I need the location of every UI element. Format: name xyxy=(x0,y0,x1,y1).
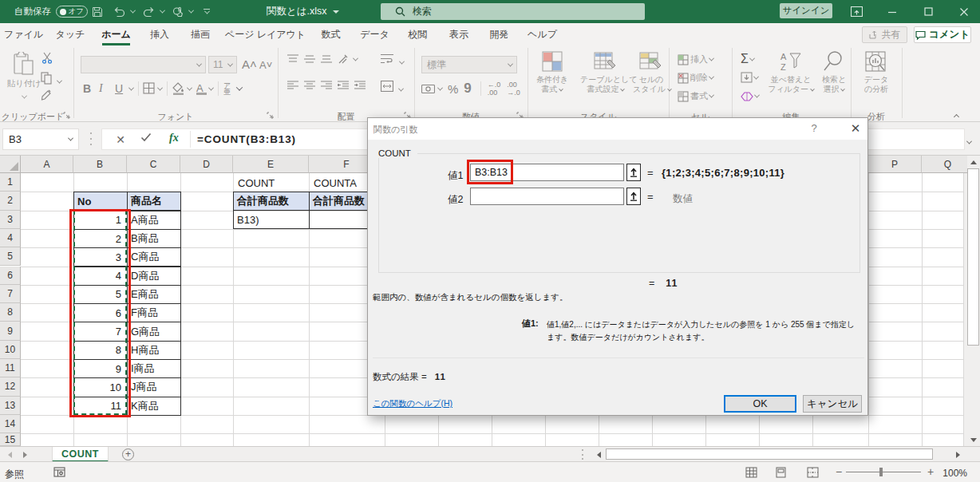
enter-formula-icon[interactable] xyxy=(140,132,152,144)
comments-button[interactable]: コメント xyxy=(914,26,971,43)
column-header-C[interactable]: C xyxy=(127,156,180,173)
close-icon[interactable] xyxy=(952,0,976,23)
tab-scroll-splitter[interactable] xyxy=(581,449,584,460)
row-header-7[interactable]: 7 xyxy=(0,285,21,303)
tab-file[interactable]: ファイル xyxy=(6,23,41,45)
redo-icon[interactable] xyxy=(141,0,156,23)
value2-collapse-icon[interactable] xyxy=(626,188,641,205)
increase-font-size-button[interactable]: A˄ xyxy=(242,57,257,71)
column-header-E[interactable]: E xyxy=(233,156,309,173)
format-painter-icon[interactable] xyxy=(41,89,54,104)
zoom-in-icon[interactable]: + xyxy=(926,467,935,477)
row-header-15[interactable]: 15 xyxy=(0,433,21,446)
fill-color-icon[interactable] xyxy=(172,82,185,95)
clear-button[interactable] xyxy=(741,91,759,101)
italic-button[interactable]: I xyxy=(99,82,115,95)
dialog-close-icon[interactable]: ✕ xyxy=(844,120,867,137)
macro-record-icon[interactable] xyxy=(53,467,65,480)
next-sheet-icon[interactable] xyxy=(23,452,27,458)
format-as-table-button[interactable]: テーブルとして書式設定 xyxy=(580,50,631,94)
find-select-button[interactable]: 検索と選択 xyxy=(817,50,851,94)
document-title[interactable]: 関数とは.xlsx xyxy=(267,0,339,23)
currency-format-icon[interactable] xyxy=(421,83,435,95)
zoom-slider-track[interactable] xyxy=(846,472,921,472)
cell-B2[interactable]: No xyxy=(73,192,128,211)
undo-dropdown-icon[interactable] xyxy=(128,0,137,23)
tab-home[interactable]: ホーム xyxy=(101,23,132,45)
zoom-level[interactable]: 100% xyxy=(940,468,967,479)
prev-sheet-icon[interactable] xyxy=(8,452,12,458)
tab-page-layout[interactable]: ページ レイアウト xyxy=(229,23,302,45)
select-all-corner[interactable] xyxy=(0,156,21,173)
align-center-icon[interactable] xyxy=(304,81,315,90)
decrease-indent-icon[interactable] xyxy=(338,81,349,90)
maximize-icon[interactable] xyxy=(916,0,940,23)
cell-C2[interactable]: 商品名 xyxy=(127,192,181,211)
search-input[interactable]: 検索 xyxy=(381,3,645,20)
scroll-left-icon[interactable] xyxy=(592,448,605,461)
ribbon-display-options-icon[interactable] xyxy=(844,0,868,23)
phonetic-guide-icon[interactable]: ア亜 xyxy=(223,82,231,95)
cell-E1[interactable]: COUNT xyxy=(235,174,309,192)
value2-input[interactable] xyxy=(470,188,624,205)
orientation-icon[interactable] xyxy=(338,53,350,65)
formula-bar-expand-icon[interactable] xyxy=(967,136,971,147)
align-bottom-icon[interactable] xyxy=(321,54,332,64)
conditional-formatting-button[interactable]: 条件付き書式 xyxy=(533,50,571,94)
cell-C11[interactable]: I商品 xyxy=(127,359,181,378)
page-layout-view-icon[interactable] xyxy=(775,467,788,478)
wrap-text-icon[interactable] xyxy=(381,53,393,66)
cell-C10[interactable]: H商品 xyxy=(127,341,181,360)
autosave-pill[interactable]: オフ xyxy=(56,6,88,18)
row-header-5[interactable]: 5 xyxy=(0,247,21,266)
row-header-6[interactable]: 6 xyxy=(0,267,21,285)
align-right-icon[interactable] xyxy=(321,81,332,90)
scroll-up-icon[interactable] xyxy=(967,156,980,168)
share-button[interactable]: 共有 xyxy=(862,26,907,43)
zoom-out-icon[interactable]: − xyxy=(834,467,844,477)
save-icon[interactable] xyxy=(90,0,105,23)
merge-center-icon[interactable] xyxy=(381,81,393,94)
minimize-icon[interactable] xyxy=(880,0,904,23)
normal-view-icon[interactable] xyxy=(745,467,758,478)
cancel-formula-icon[interactable]: ✕ xyxy=(113,133,128,146)
cut-icon[interactable] xyxy=(41,52,53,66)
font-name-select[interactable] xyxy=(81,56,206,73)
row-header-9[interactable]: 9 xyxy=(0,322,21,340)
function-help-link[interactable]: この関数のヘルプ(H) xyxy=(373,398,452,409)
name-box-resize-handle[interactable] xyxy=(89,132,93,145)
scroll-down-icon[interactable] xyxy=(967,433,980,446)
cell-C9[interactable]: G商品 xyxy=(127,322,181,341)
row-header-3[interactable]: 3 xyxy=(0,211,21,229)
column-header-D[interactable]: D xyxy=(180,156,233,173)
autosum-button[interactable]: Σ xyxy=(741,52,754,66)
row-header-13[interactable]: 13 xyxy=(0,397,21,415)
formula-input[interactable]: =COUNT(B3:B13) xyxy=(197,133,296,145)
cell-C12[interactable]: J商品 xyxy=(127,377,181,397)
autosave-toggle[interactable]: 自動保存 オフ xyxy=(14,0,88,23)
cell-C6[interactable]: D商品 xyxy=(127,267,181,286)
new-sheet-icon[interactable]: + xyxy=(122,448,134,460)
sheet-tab-count[interactable]: COUNT xyxy=(52,447,109,462)
collapse-ribbon-icon[interactable] xyxy=(954,110,958,121)
insert-cells-button[interactable]: 挿入 xyxy=(678,53,713,65)
zoom-slider-thumb[interactable] xyxy=(879,468,883,476)
align-top-icon[interactable] xyxy=(287,54,298,64)
underline-button[interactable]: U xyxy=(115,82,128,95)
fill-button[interactable] xyxy=(741,72,758,83)
touch-mode-dropdown-icon[interactable] xyxy=(186,0,196,23)
value1-collapse-icon[interactable] xyxy=(626,164,641,181)
ok-button[interactable]: OK xyxy=(724,395,796,413)
column-header-P[interactable]: P xyxy=(868,156,922,173)
analyze-data-button[interactable]: データの分析 xyxy=(857,50,895,94)
decrease-decimal-icon[interactable]: .00→.0 xyxy=(507,81,520,97)
cell-C13[interactable]: K商品 xyxy=(127,397,181,416)
align-middle-icon[interactable] xyxy=(304,54,315,64)
dialog-help-icon[interactable]: ? xyxy=(808,122,820,135)
merge-center-dropdown-icon[interactable] xyxy=(399,83,403,94)
tab-view[interactable]: 表示 xyxy=(446,23,472,45)
format-cells-button[interactable]: 書式 xyxy=(678,90,713,102)
row-header-2[interactable]: 2 xyxy=(0,192,21,210)
cell-C3[interactable]: A商品 xyxy=(127,211,181,230)
tab-review[interactable]: 校閲 xyxy=(405,23,431,45)
